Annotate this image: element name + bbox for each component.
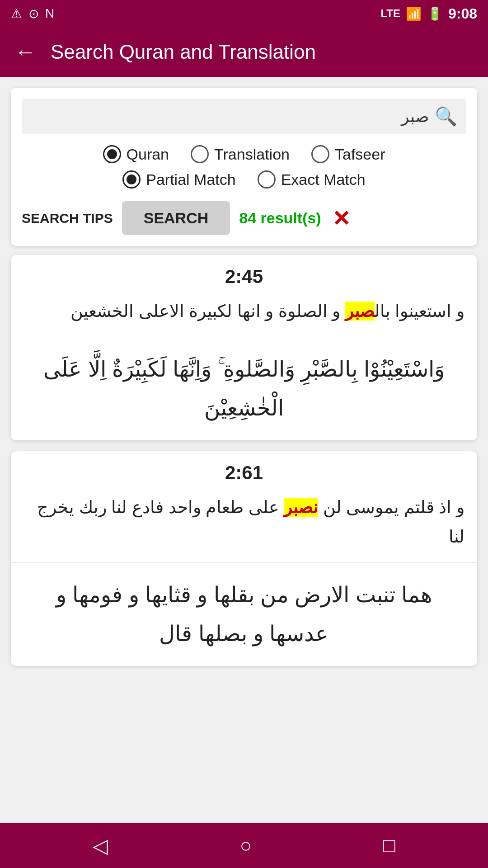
radio-partial-label: Partial Match xyxy=(146,171,235,189)
radio-quran-label: Quran xyxy=(127,146,169,163)
search-tips-button[interactable]: SEARCH TIPS xyxy=(22,209,113,228)
lte-icon: LTE xyxy=(380,7,400,20)
radio-translation[interactable]: Translation xyxy=(191,145,290,163)
radio-tafseer-label: Tafseer xyxy=(335,146,385,163)
bottom-navigation: ◁ ○ □ xyxy=(0,823,488,868)
verse-arabic-large-2: هما تنبت الارض من بقلها و قثايها و فومها… xyxy=(11,563,477,666)
search-type-radio-group: Quran Translation Tafseer xyxy=(22,145,466,163)
network-icon: N xyxy=(45,6,54,21)
search-input[interactable] xyxy=(31,107,429,126)
verse-arabic-small-1: و استعينوا بالصبر و الصلوة و انها لكبيرة… xyxy=(11,297,477,337)
verse-card-2: 2:61 و اذ قلتم يموسى لن نصبر على طعام وا… xyxy=(11,451,477,666)
radio-exact-label: Exact Match xyxy=(281,171,366,189)
radio-quran-outer xyxy=(103,145,121,163)
radio-tafseer[interactable]: Tafseer xyxy=(311,145,385,163)
radio-tafseer-outer xyxy=(311,145,329,163)
radio-partial-outer xyxy=(122,170,141,189)
highlight-word-1: صبر xyxy=(345,302,375,321)
recent-nav-icon[interactable]: □ xyxy=(383,834,395,857)
search-card: 🔍 Quran Translation Tafseer xyxy=(11,88,477,246)
status-bar: ⚠ ⊙ N LTE 📶 🔋 9:08 xyxy=(0,0,488,27)
radio-exact-outer xyxy=(258,170,276,189)
radio-quran[interactable]: Quran xyxy=(103,145,169,163)
radio-translation-outer xyxy=(191,145,209,163)
highlight-word-2: نصبر xyxy=(284,498,318,517)
action-row: SEARCH TIPS SEARCH 84 result(s) ✕ xyxy=(22,201,466,235)
header-title: Search Quran and Translation xyxy=(51,41,316,63)
radio-partial-match[interactable]: Partial Match xyxy=(122,170,235,189)
back-button[interactable]: ← xyxy=(14,41,36,63)
verse-ref-2: 2:61 xyxy=(11,451,477,493)
back-nav-icon[interactable]: ◁ xyxy=(93,834,108,857)
radio-exact-match[interactable]: Exact Match xyxy=(258,170,366,189)
verse-card-1: 2:45 و استعينوا بالصبر و الصلوة و انها ل… xyxy=(11,255,477,440)
radio-quran-inner xyxy=(107,149,117,159)
match-type-radio-group: Partial Match Exact Match xyxy=(22,170,466,189)
signal-icon: 📶 xyxy=(406,6,422,21)
warning-icon: ⚠ xyxy=(11,6,22,21)
status-time: 9:08 xyxy=(448,5,477,22)
search-icon[interactable]: 🔍 xyxy=(435,106,457,127)
results-count: 84 result(s) xyxy=(239,209,321,227)
record-icon: ⊙ xyxy=(28,6,39,21)
clear-button[interactable]: ✕ xyxy=(332,206,350,231)
main-content: 🔍 Quran Translation Tafseer xyxy=(0,77,488,823)
radio-partial-inner xyxy=(127,175,136,184)
verse-ref-1: 2:45 xyxy=(11,255,477,297)
battery-icon: 🔋 xyxy=(427,6,443,21)
home-nav-icon[interactable]: ○ xyxy=(239,834,252,857)
radio-translation-label: Translation xyxy=(214,146,290,163)
search-button[interactable]: SEARCH xyxy=(122,201,230,235)
verse-arabic-small-2: و اذ قلتم يموسى لن نصبر على طعام واحد فا… xyxy=(11,493,477,562)
verse-arabic-large-1: وَاسْتَعِيْنُوْا بِالصَّبْرِ وَالصَّلوةِ… xyxy=(11,337,477,441)
search-input-row: 🔍 xyxy=(22,99,466,134)
app-header: ← Search Quran and Translation xyxy=(0,27,488,77)
